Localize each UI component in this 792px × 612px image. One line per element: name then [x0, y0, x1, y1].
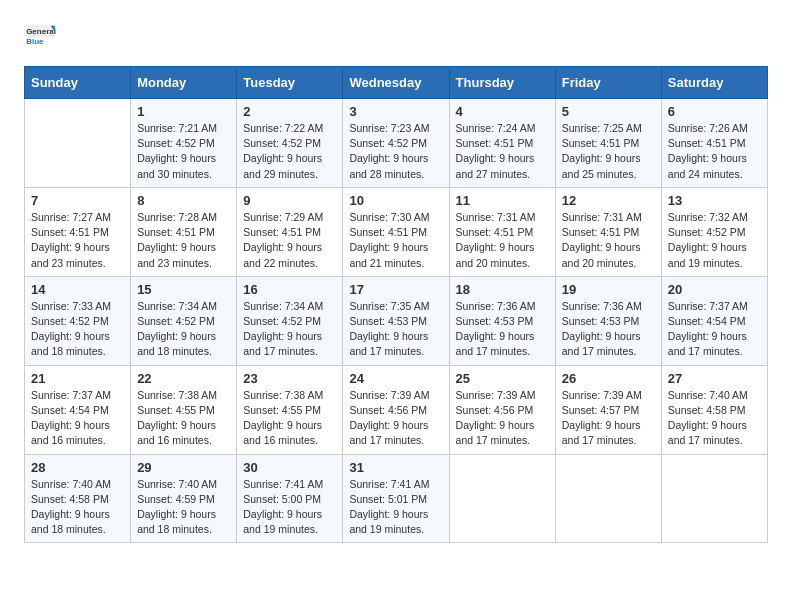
day-info: Sunrise: 7:39 AM Sunset: 4:57 PM Dayligh…: [562, 388, 655, 449]
logo: General Blue: [24, 20, 56, 56]
column-header-thursday: Thursday: [449, 67, 555, 99]
calendar-week-row: 7Sunrise: 7:27 AM Sunset: 4:51 PM Daylig…: [25, 187, 768, 276]
column-header-monday: Monday: [131, 67, 237, 99]
calendar-cell: 2Sunrise: 7:22 AM Sunset: 4:52 PM Daylig…: [237, 99, 343, 188]
calendar-cell: 15Sunrise: 7:34 AM Sunset: 4:52 PM Dayli…: [131, 276, 237, 365]
day-number: 21: [31, 371, 124, 386]
day-number: 29: [137, 460, 230, 475]
day-info: Sunrise: 7:30 AM Sunset: 4:51 PM Dayligh…: [349, 210, 442, 271]
day-info: Sunrise: 7:34 AM Sunset: 4:52 PM Dayligh…: [243, 299, 336, 360]
calendar-cell: [661, 454, 767, 543]
day-info: Sunrise: 7:41 AM Sunset: 5:01 PM Dayligh…: [349, 477, 442, 538]
day-number: 17: [349, 282, 442, 297]
day-info: Sunrise: 7:32 AM Sunset: 4:52 PM Dayligh…: [668, 210, 761, 271]
day-number: 11: [456, 193, 549, 208]
day-number: 28: [31, 460, 124, 475]
day-number: 15: [137, 282, 230, 297]
day-number: 22: [137, 371, 230, 386]
day-info: Sunrise: 7:28 AM Sunset: 4:51 PM Dayligh…: [137, 210, 230, 271]
calendar-cell: [25, 99, 131, 188]
logo-svg: General Blue: [24, 20, 56, 56]
day-info: Sunrise: 7:33 AM Sunset: 4:52 PM Dayligh…: [31, 299, 124, 360]
day-number: 10: [349, 193, 442, 208]
day-number: 25: [456, 371, 549, 386]
calendar-cell: 7Sunrise: 7:27 AM Sunset: 4:51 PM Daylig…: [25, 187, 131, 276]
calendar-cell: [555, 454, 661, 543]
day-info: Sunrise: 7:37 AM Sunset: 4:54 PM Dayligh…: [31, 388, 124, 449]
calendar-cell: 26Sunrise: 7:39 AM Sunset: 4:57 PM Dayli…: [555, 365, 661, 454]
calendar-cell: 21Sunrise: 7:37 AM Sunset: 4:54 PM Dayli…: [25, 365, 131, 454]
calendar-cell: 20Sunrise: 7:37 AM Sunset: 4:54 PM Dayli…: [661, 276, 767, 365]
day-number: 30: [243, 460, 336, 475]
day-info: Sunrise: 7:40 AM Sunset: 4:58 PM Dayligh…: [31, 477, 124, 538]
day-number: 2: [243, 104, 336, 119]
day-info: Sunrise: 7:39 AM Sunset: 4:56 PM Dayligh…: [349, 388, 442, 449]
calendar-cell: 27Sunrise: 7:40 AM Sunset: 4:58 PM Dayli…: [661, 365, 767, 454]
day-number: 12: [562, 193, 655, 208]
calendar-cell: 23Sunrise: 7:38 AM Sunset: 4:55 PM Dayli…: [237, 365, 343, 454]
day-number: 27: [668, 371, 761, 386]
column-header-friday: Friday: [555, 67, 661, 99]
day-info: Sunrise: 7:35 AM Sunset: 4:53 PM Dayligh…: [349, 299, 442, 360]
calendar-cell: 24Sunrise: 7:39 AM Sunset: 4:56 PM Dayli…: [343, 365, 449, 454]
day-number: 3: [349, 104, 442, 119]
calendar-cell: 4Sunrise: 7:24 AM Sunset: 4:51 PM Daylig…: [449, 99, 555, 188]
calendar-cell: 29Sunrise: 7:40 AM Sunset: 4:59 PM Dayli…: [131, 454, 237, 543]
svg-text:General: General: [26, 27, 56, 36]
day-info: Sunrise: 7:24 AM Sunset: 4:51 PM Dayligh…: [456, 121, 549, 182]
day-number: 7: [31, 193, 124, 208]
day-info: Sunrise: 7:22 AM Sunset: 4:52 PM Dayligh…: [243, 121, 336, 182]
day-info: Sunrise: 7:39 AM Sunset: 4:56 PM Dayligh…: [456, 388, 549, 449]
day-number: 20: [668, 282, 761, 297]
calendar-cell: 9Sunrise: 7:29 AM Sunset: 4:51 PM Daylig…: [237, 187, 343, 276]
calendar-week-row: 1Sunrise: 7:21 AM Sunset: 4:52 PM Daylig…: [25, 99, 768, 188]
day-number: 9: [243, 193, 336, 208]
column-header-tuesday: Tuesday: [237, 67, 343, 99]
calendar-cell: 22Sunrise: 7:38 AM Sunset: 4:55 PM Dayli…: [131, 365, 237, 454]
day-info: Sunrise: 7:40 AM Sunset: 4:59 PM Dayligh…: [137, 477, 230, 538]
calendar-cell: 16Sunrise: 7:34 AM Sunset: 4:52 PM Dayli…: [237, 276, 343, 365]
day-info: Sunrise: 7:38 AM Sunset: 4:55 PM Dayligh…: [243, 388, 336, 449]
calendar-cell: 25Sunrise: 7:39 AM Sunset: 4:56 PM Dayli…: [449, 365, 555, 454]
calendar-cell: 31Sunrise: 7:41 AM Sunset: 5:01 PM Dayli…: [343, 454, 449, 543]
day-info: Sunrise: 7:34 AM Sunset: 4:52 PM Dayligh…: [137, 299, 230, 360]
day-info: Sunrise: 7:25 AM Sunset: 4:51 PM Dayligh…: [562, 121, 655, 182]
calendar-cell: 28Sunrise: 7:40 AM Sunset: 4:58 PM Dayli…: [25, 454, 131, 543]
day-info: Sunrise: 7:21 AM Sunset: 4:52 PM Dayligh…: [137, 121, 230, 182]
column-header-wednesday: Wednesday: [343, 67, 449, 99]
day-info: Sunrise: 7:38 AM Sunset: 4:55 PM Dayligh…: [137, 388, 230, 449]
calendar-cell: [449, 454, 555, 543]
calendar-cell: 12Sunrise: 7:31 AM Sunset: 4:51 PM Dayli…: [555, 187, 661, 276]
day-info: Sunrise: 7:36 AM Sunset: 4:53 PM Dayligh…: [456, 299, 549, 360]
calendar-week-row: 21Sunrise: 7:37 AM Sunset: 4:54 PM Dayli…: [25, 365, 768, 454]
calendar-table: SundayMondayTuesdayWednesdayThursdayFrid…: [24, 66, 768, 543]
day-info: Sunrise: 7:31 AM Sunset: 4:51 PM Dayligh…: [456, 210, 549, 271]
day-number: 23: [243, 371, 336, 386]
day-info: Sunrise: 7:41 AM Sunset: 5:00 PM Dayligh…: [243, 477, 336, 538]
calendar-cell: 14Sunrise: 7:33 AM Sunset: 4:52 PM Dayli…: [25, 276, 131, 365]
calendar-cell: 11Sunrise: 7:31 AM Sunset: 4:51 PM Dayli…: [449, 187, 555, 276]
day-number: 4: [456, 104, 549, 119]
day-number: 16: [243, 282, 336, 297]
day-number: 26: [562, 371, 655, 386]
day-number: 1: [137, 104, 230, 119]
day-number: 5: [562, 104, 655, 119]
day-info: Sunrise: 7:31 AM Sunset: 4:51 PM Dayligh…: [562, 210, 655, 271]
calendar-week-row: 28Sunrise: 7:40 AM Sunset: 4:58 PM Dayli…: [25, 454, 768, 543]
day-number: 8: [137, 193, 230, 208]
calendar-cell: 1Sunrise: 7:21 AM Sunset: 4:52 PM Daylig…: [131, 99, 237, 188]
day-number: 14: [31, 282, 124, 297]
day-number: 31: [349, 460, 442, 475]
day-number: 13: [668, 193, 761, 208]
calendar-cell: 5Sunrise: 7:25 AM Sunset: 4:51 PM Daylig…: [555, 99, 661, 188]
day-info: Sunrise: 7:27 AM Sunset: 4:51 PM Dayligh…: [31, 210, 124, 271]
calendar-cell: 30Sunrise: 7:41 AM Sunset: 5:00 PM Dayli…: [237, 454, 343, 543]
day-number: 19: [562, 282, 655, 297]
calendar-cell: 18Sunrise: 7:36 AM Sunset: 4:53 PM Dayli…: [449, 276, 555, 365]
calendar-cell: 3Sunrise: 7:23 AM Sunset: 4:52 PM Daylig…: [343, 99, 449, 188]
calendar-cell: 10Sunrise: 7:30 AM Sunset: 4:51 PM Dayli…: [343, 187, 449, 276]
day-number: 6: [668, 104, 761, 119]
day-info: Sunrise: 7:26 AM Sunset: 4:51 PM Dayligh…: [668, 121, 761, 182]
page-header: General Blue: [24, 20, 768, 56]
day-info: Sunrise: 7:23 AM Sunset: 4:52 PM Dayligh…: [349, 121, 442, 182]
